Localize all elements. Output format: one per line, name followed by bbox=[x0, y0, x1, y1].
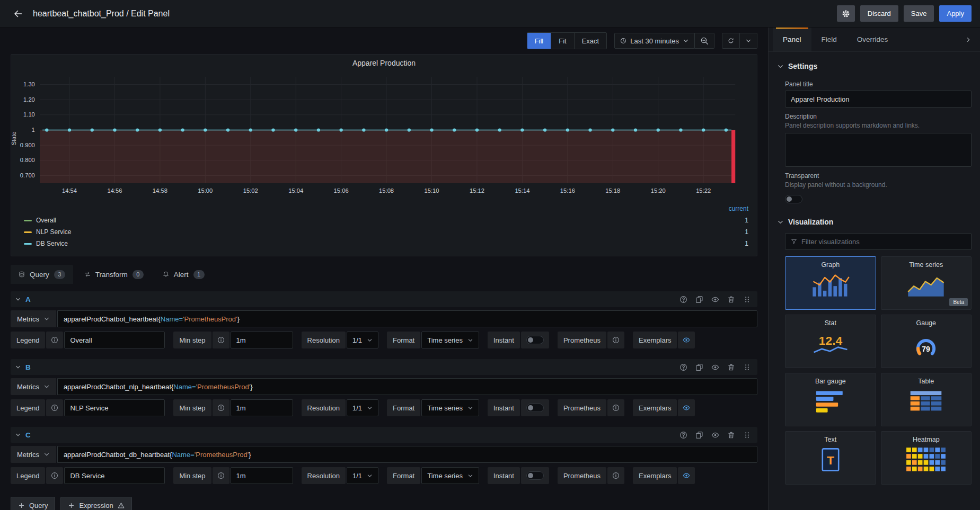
panel-title[interactable]: Apparel Production bbox=[11, 55, 757, 71]
metrics-dropdown[interactable]: Metrics bbox=[11, 446, 56, 463]
viz-card-bar-gauge[interactable]: Bar gauge bbox=[785, 373, 876, 426]
toggle-visibility-icon[interactable] bbox=[711, 431, 719, 439]
drag-handle-icon[interactable] bbox=[743, 296, 751, 303]
add-query-button[interactable]: Query bbox=[11, 497, 55, 510]
help-icon[interactable] bbox=[679, 296, 687, 303]
tab-transform[interactable]: Transform 0 bbox=[76, 265, 152, 284]
instant-option: Instant bbox=[488, 332, 549, 348]
instant-toggle[interactable] bbox=[526, 336, 544, 344]
metrics-dropdown[interactable]: Metrics bbox=[11, 378, 56, 395]
panel-settings-button[interactable] bbox=[837, 5, 855, 22]
description-textarea[interactable] bbox=[785, 133, 972, 167]
promql-input[interactable]: apparelProdChatbot_heartbeat{Name='Prome… bbox=[57, 310, 757, 327]
exemplars-visibility-toggle[interactable] bbox=[678, 332, 695, 348]
delete-query-icon[interactable] bbox=[727, 431, 735, 439]
filter-visualizations-input[interactable] bbox=[801, 238, 966, 246]
tab-alert[interactable]: Alert 1 bbox=[155, 265, 213, 284]
min-step-input[interactable] bbox=[231, 399, 293, 416]
resolution-select[interactable]: 1/1 bbox=[347, 332, 378, 348]
format-option: Format Time series bbox=[387, 467, 479, 484]
legend-info[interactable] bbox=[46, 399, 63, 416]
legend-input[interactable] bbox=[64, 332, 165, 348]
format-select[interactable]: Time series bbox=[421, 399, 479, 416]
drag-handle-icon[interactable] bbox=[743, 431, 751, 439]
query-header[interactable]: A bbox=[11, 291, 757, 307]
legend-option: Legend bbox=[11, 467, 165, 484]
fill-button[interactable]: Fill bbox=[527, 33, 551, 49]
tab-field[interactable]: Field bbox=[811, 28, 847, 51]
min-step-input[interactable] bbox=[231, 332, 293, 348]
legend-current-header[interactable]: current bbox=[24, 204, 749, 214]
gear-icon bbox=[842, 10, 850, 18]
promql-input[interactable]: apparelProdChatbot_db_heartbeat{Name='Pr… bbox=[57, 446, 757, 463]
legend-info[interactable] bbox=[46, 332, 63, 348]
format-select[interactable]: Time series bbox=[421, 467, 479, 484]
help-icon[interactable] bbox=[679, 431, 687, 439]
settings-section-header[interactable]: Settings bbox=[777, 57, 972, 75]
datasource-info[interactable] bbox=[607, 332, 624, 348]
help-icon[interactable] bbox=[679, 363, 687, 371]
save-button[interactable]: Save bbox=[904, 5, 934, 22]
add-expression-button[interactable]: Expression bbox=[60, 497, 131, 510]
datasource-info[interactable] bbox=[607, 399, 624, 416]
query-header[interactable]: C bbox=[11, 427, 757, 443]
tab-query[interactable]: Query 3 bbox=[11, 265, 73, 284]
zoom-out-button[interactable] bbox=[695, 33, 714, 49]
viz-card-stat[interactable]: Stat 12.4 bbox=[785, 315, 876, 368]
duplicate-query-icon[interactable] bbox=[695, 363, 703, 371]
min-step-input[interactable] bbox=[231, 467, 293, 484]
query-header[interactable]: B bbox=[11, 359, 757, 375]
fit-button[interactable]: Fit bbox=[551, 33, 573, 49]
tab-panel[interactable]: Panel bbox=[773, 28, 811, 51]
metrics-dropdown[interactable]: Metrics bbox=[11, 310, 56, 327]
visualization-section-header[interactable]: Visualization bbox=[777, 213, 972, 231]
legend-item-db-service[interactable]: DB Service 1 bbox=[24, 238, 749, 249]
instant-toggle[interactable] bbox=[526, 404, 544, 412]
instant-toggle[interactable] bbox=[526, 471, 544, 480]
viz-card-graph[interactable]: Graph bbox=[785, 256, 876, 310]
resolution-select[interactable]: 1/1 bbox=[347, 399, 378, 416]
toggle-visibility-icon[interactable] bbox=[711, 363, 719, 371]
refresh-button[interactable] bbox=[722, 33, 740, 49]
toggle-visibility-icon[interactable] bbox=[711, 296, 719, 303]
drag-handle-icon[interactable] bbox=[743, 363, 751, 371]
viz-card-table[interactable]: Table bbox=[881, 373, 972, 426]
promql-input[interactable]: apparelProdChatbot_nlp_heartbeat{Name='P… bbox=[57, 378, 757, 395]
time-range-picker[interactable]: Last 30 minutes bbox=[614, 33, 695, 49]
viz-card-time-series[interactable]: Time series Beta bbox=[881, 256, 972, 310]
exact-button[interactable]: Exact bbox=[574, 33, 607, 49]
tab-overrides[interactable]: Overrides bbox=[847, 28, 898, 51]
min-step-info[interactable] bbox=[213, 467, 229, 484]
exemplars-visibility-toggle[interactable] bbox=[678, 467, 695, 484]
bar-gauge-viz-icon bbox=[810, 388, 851, 415]
duplicate-query-icon[interactable] bbox=[695, 296, 703, 303]
svg-text:15:18: 15:18 bbox=[605, 187, 620, 194]
collapse-pane-button[interactable] bbox=[961, 32, 976, 47]
duplicate-query-icon[interactable] bbox=[695, 431, 703, 439]
format-select[interactable]: Time series bbox=[421, 332, 479, 348]
viz-card-text[interactable]: Text T bbox=[785, 431, 876, 485]
apply-button[interactable]: Apply bbox=[939, 5, 972, 22]
legend-item-nlp-service[interactable]: NLP Service 1 bbox=[24, 226, 749, 238]
timeseries-chart[interactable]: 1.301.201.1010.9000.8000.70014:5414:5614… bbox=[11, 71, 757, 204]
refresh-interval-dropdown[interactable] bbox=[740, 33, 757, 49]
legend-input[interactable] bbox=[64, 399, 165, 416]
back-button[interactable] bbox=[8, 4, 28, 23]
resolution-label: Resolution bbox=[302, 467, 346, 484]
viz-card-gauge[interactable]: Gauge 79 bbox=[881, 315, 972, 368]
legend-info[interactable] bbox=[46, 467, 63, 484]
delete-query-icon[interactable] bbox=[727, 363, 735, 371]
query-expression-row: Metrics apparelProdChatbot_nlp_heartbeat… bbox=[11, 378, 757, 395]
min-step-info[interactable] bbox=[213, 332, 229, 348]
panel-title-input[interactable] bbox=[785, 91, 972, 108]
discard-button[interactable]: Discard bbox=[860, 5, 898, 22]
viz-card-heatmap[interactable]: Heatmap bbox=[881, 431, 972, 485]
min-step-info[interactable] bbox=[213, 399, 229, 416]
resolution-select[interactable]: 1/1 bbox=[347, 467, 378, 484]
exemplars-visibility-toggle[interactable] bbox=[678, 399, 695, 416]
datasource-info[interactable] bbox=[607, 467, 624, 484]
legend-item-overall[interactable]: Overall 1 bbox=[24, 214, 749, 226]
legend-input[interactable] bbox=[64, 467, 165, 484]
transparent-toggle[interactable] bbox=[785, 195, 802, 203]
delete-query-icon[interactable] bbox=[727, 296, 735, 303]
